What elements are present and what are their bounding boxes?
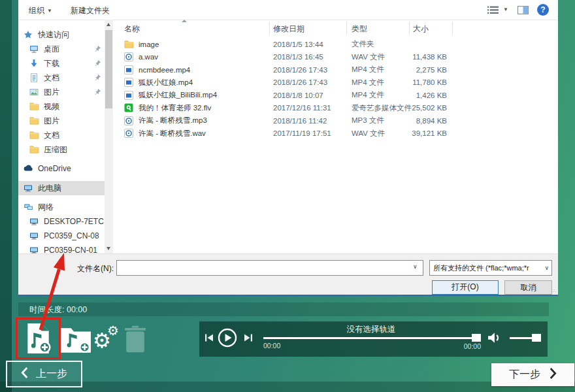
organize-menu[interactable]: 组织▼ xyxy=(29,5,52,16)
file-size: 11,780 KB xyxy=(412,78,447,86)
open-button[interactable]: 打开(O) xyxy=(432,280,499,295)
new-folder-button[interactable]: 新建文件夹 xyxy=(71,5,110,16)
seek-handle[interactable] xyxy=(472,334,481,342)
column-header-name[interactable]: 名称 xyxy=(124,24,140,35)
previous-track-icon[interactable] xyxy=(205,333,214,345)
play-button[interactable] xyxy=(218,328,237,350)
column-divider[interactable] xyxy=(409,22,410,35)
sidebar-item-3[interactable]: 文档 xyxy=(18,71,105,85)
delete-button[interactable] xyxy=(124,325,146,356)
sort-ascending-icon xyxy=(182,20,187,22)
volume-icon[interactable] xyxy=(487,332,503,346)
sidebar-item-8[interactable]: 压缩图 xyxy=(18,142,105,157)
views-icon[interactable] xyxy=(487,6,499,14)
file-date: 2018/1/16 11:42 xyxy=(273,117,352,125)
filename-label: 文件名(N): xyxy=(64,263,114,274)
sidebar-item-13[interactable]: PC0359_CN-08 xyxy=(18,229,105,243)
sidebar-item-6[interactable]: 图片 xyxy=(18,114,105,128)
sidebar-item-7[interactable]: 文档 xyxy=(18,128,105,142)
sidebar-item-11[interactable]: 网络 xyxy=(18,200,105,214)
player-bar: 没有选择轨道 00:00 00:00 xyxy=(199,321,548,357)
sidebar-item-label: 图片 xyxy=(44,116,59,127)
next-step-label: 下一步 xyxy=(509,368,540,382)
duration-label: 时间长度: 00:00 xyxy=(29,304,87,316)
file-type-select[interactable]: 所有支持的文件 (*flac;*wma;*r ∨ xyxy=(429,260,552,276)
folder-icon xyxy=(29,145,40,154)
video-file-icon xyxy=(124,65,135,74)
dialog-toolbar: 组织▼ 新建文件夹 ▼ ? xyxy=(18,0,558,20)
file-name: 狐妖小红娘.mp4 xyxy=(135,78,273,88)
column-divider[interactable] xyxy=(452,22,453,35)
file-size: 11,438 KB xyxy=(412,53,447,61)
sidebar-item-label: PC0359_CN-08 xyxy=(44,231,99,240)
star-icon xyxy=(24,30,34,39)
sidebar-item-14[interactable]: PC0359-CN-01 xyxy=(18,243,105,253)
sidebar-scrollbar[interactable] xyxy=(105,20,113,253)
desktop-icon xyxy=(29,44,40,54)
pin-icon xyxy=(94,74,101,81)
preview-pane-icon[interactable] xyxy=(518,6,529,14)
next-step-button[interactable]: 下一步 xyxy=(491,363,574,386)
scroll-up-icon[interactable] xyxy=(107,23,110,26)
navigation-pane: 快速访问桌面下载文档图片视频图片文档压缩图OneDrive此电脑网络DESKTO… xyxy=(18,20,105,253)
sidebar-item-label: DESKTOP-7ETC xyxy=(44,217,104,226)
scroll-down-icon[interactable] xyxy=(107,247,110,250)
cancel-button[interactable]: 取消 xyxy=(504,280,552,295)
column-header-type[interactable]: 类型 xyxy=(352,24,367,35)
help-icon[interactable]: ? xyxy=(537,4,549,16)
sidebar-item-label: 文档 xyxy=(44,130,59,141)
pin-icon xyxy=(94,45,101,52)
file-name: a.wav xyxy=(135,53,273,61)
sidebar-item-label: 此电脑 xyxy=(38,183,61,194)
sidebar-item-4[interactable]: 图片 xyxy=(18,85,105,99)
file-date: 2018/1/5 13:44 xyxy=(273,41,352,48)
sidebar-item-label: 图片 xyxy=(44,87,59,98)
dialog-footer: 文件名(N): ∨ 所有支持的文件 (*flac;*wma;*r ∨ 打开(O)… xyxy=(18,253,558,295)
file-row[interactable]: image2018/1/5 13:44文件夹 xyxy=(113,38,558,51)
file-row[interactable]: 狐妖小红娘_BiliBili.mp42018/1/8 10:07MP4 文件1,… xyxy=(113,89,558,102)
sidebar-item-9[interactable]: OneDrive xyxy=(18,161,105,176)
column-divider[interactable] xyxy=(269,22,270,35)
sidebar-item-label: PC0359-CN-01 xyxy=(44,246,97,253)
computer-icon xyxy=(29,231,40,240)
column-header-date[interactable]: 修改日期 xyxy=(273,24,304,35)
sidebar-item-1[interactable]: 桌面 xyxy=(18,42,105,56)
position-time: 00:00 xyxy=(456,342,481,350)
audio-file-icon xyxy=(124,116,135,125)
picture-icon xyxy=(29,88,40,97)
file-row[interactable]: a.wav2018/1/3 16:45WAV 文件11,438 KB xyxy=(113,51,558,64)
track-status-text: 没有选择轨道 xyxy=(312,324,430,335)
file-row[interactable]: 我的！体育老师 32.flv2017/12/16 11:31爱奇艺多媒体文件25… xyxy=(113,102,558,115)
file-row[interactable]: 狐妖小红娘.mp42018/1/26 17:43MP4 文件11,780 KB xyxy=(113,76,558,90)
previous-step-button[interactable]: 上一步 xyxy=(6,361,82,387)
pin-icon xyxy=(94,88,101,95)
sidebar-item-label: 网络 xyxy=(38,202,54,213)
next-track-icon[interactable] xyxy=(244,333,253,345)
views-caret-icon[interactable]: ▼ xyxy=(503,7,508,12)
file-date: 2017/11/19 17:51 xyxy=(273,129,352,137)
sidebar-item-10[interactable]: 此电脑 xyxy=(18,181,105,195)
file-row[interactable]: ncmbdeee.mp42018/1/26 17:43MP4 文件2,275 K… xyxy=(113,63,558,76)
download-icon xyxy=(29,59,40,68)
file-row[interactable]: 许嵩 - 断桥残雪.wav2017/11/19 17:51WAV 文件39,12… xyxy=(113,127,558,140)
file-type: WAV 文件 xyxy=(352,52,412,62)
file-row[interactable]: 许嵩 - 断桥残雪.mp32018/1/16 11:42MP3 文件8,894 … xyxy=(113,114,558,127)
sidebar-item-5[interactable]: 视频 xyxy=(18,99,105,114)
sidebar-item-0[interactable]: 快速访问 xyxy=(18,27,105,42)
filename-dropdown-icon[interactable]: ∨ xyxy=(413,263,418,270)
volume-handle[interactable] xyxy=(532,334,541,342)
column-divider[interactable] xyxy=(346,22,347,35)
sidebar-item-12[interactable]: DESKTOP-7ETC xyxy=(18,214,105,229)
filename-input[interactable] xyxy=(116,260,423,276)
scrollbar-thumb[interactable] xyxy=(105,30,112,108)
column-header-size[interactable]: 大小 xyxy=(413,24,429,35)
computer-icon xyxy=(24,184,34,193)
seek-bar[interactable] xyxy=(263,337,479,339)
file-date: 2018/1/8 10:07 xyxy=(273,91,352,99)
add-folder-button[interactable] xyxy=(59,326,91,356)
settings-button[interactable]: ⚙ ⚙ xyxy=(93,325,122,354)
resize-grip[interactable]: ∴ xyxy=(553,288,556,294)
sidebar-item-2[interactable]: 下载 xyxy=(18,56,105,71)
bottom-edge-band xyxy=(0,382,575,392)
file-list-header: 名称 修改日期 类型 大小 xyxy=(113,21,558,35)
